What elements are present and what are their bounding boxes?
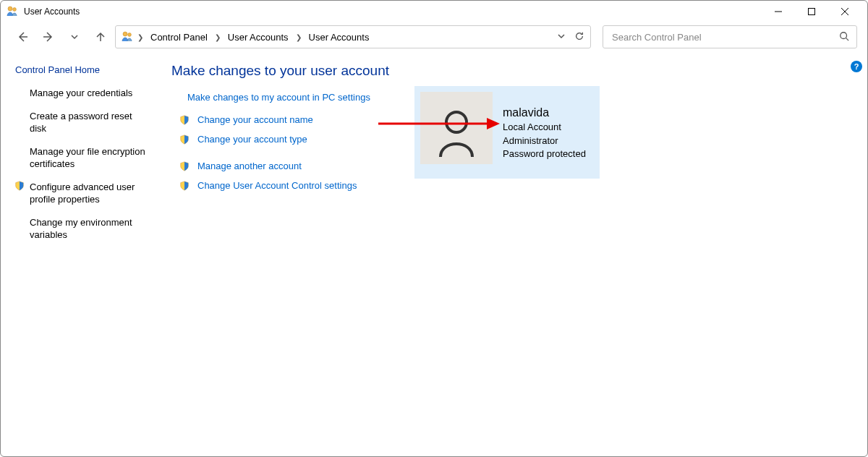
recent-locations-button[interactable]: [63, 25, 86, 48]
account-role: Administrator: [503, 134, 586, 148]
person-icon: [433, 108, 480, 158]
change-uac-settings-link[interactable]: Change User Account Control settings: [179, 180, 853, 191]
back-button[interactable]: [11, 25, 34, 48]
svg-point-0: [8, 7, 12, 11]
maximize-button[interactable]: [795, 1, 828, 22]
sidebar-item-label: Configure advanced user profile properti…: [30, 181, 150, 206]
account-username: malavida: [503, 105, 586, 121]
shield-icon: [179, 181, 190, 191]
svg-point-8: [841, 32, 847, 38]
shield-icon: [179, 115, 190, 125]
link-label: Change your account type: [197, 134, 307, 145]
refresh-button[interactable]: [574, 31, 584, 43]
sidebar-item-label: Change my environment variables: [30, 216, 150, 242]
svg-point-1: [13, 7, 17, 11]
link-label: Change User Account Control settings: [197, 180, 357, 191]
search-icon[interactable]: [839, 31, 849, 43]
chevron-right-icon[interactable]: ❯: [212, 33, 224, 41]
sidebar-item-encryption-certificates[interactable]: Manage your file encryption certificates: [12, 144, 151, 179]
control-panel-home-link[interactable]: Control Panel Home: [15, 64, 151, 75]
page-heading: Make changes to your user account: [171, 63, 853, 79]
address-dropdown-button[interactable]: [557, 32, 566, 43]
shield-icon: [179, 161, 190, 171]
svg-point-10: [446, 112, 467, 132]
sidebar: Control Panel Home Manage your credentia…: [1, 60, 154, 250]
shield-icon: [14, 181, 25, 191]
main-panel: Make changes to your user account Make c…: [154, 60, 867, 250]
svg-line-9: [846, 38, 849, 40]
close-button[interactable]: [828, 1, 861, 22]
sidebar-item-label: Create a password reset disk: [30, 110, 150, 135]
account-type: Local Account: [503, 121, 586, 134]
forward-button[interactable]: [37, 25, 60, 48]
link-label: Manage another account: [197, 161, 302, 171]
navigation-toolbar: ❯ Control Panel ❯ User Accounts ❯ User A…: [1, 22, 867, 51]
svg-point-6: [123, 32, 127, 36]
breadcrumb-control-panel[interactable]: Control Panel: [148, 32, 210, 43]
chevron-right-icon[interactable]: ❯: [293, 33, 305, 41]
sidebar-item-password-reset-disk[interactable]: Create a password reset disk: [12, 108, 151, 144]
sidebar-item-label: Manage your credentials: [30, 87, 132, 100]
titlebar: User Accounts: [1, 1, 867, 22]
breadcrumb-user-accounts-category[interactable]: User Accounts: [225, 32, 292, 43]
svg-point-7: [128, 33, 132, 36]
sidebar-item-label: Manage your file encryption certificates: [30, 145, 150, 171]
address-bar[interactable]: ❯ Control Panel ❯ User Accounts ❯ User A…: [115, 25, 591, 48]
avatar: [420, 92, 493, 164]
user-accounts-app-icon: [7, 5, 18, 19]
svg-rect-3: [809, 9, 815, 15]
up-button[interactable]: [89, 25, 112, 48]
search-box[interactable]: [603, 25, 857, 48]
account-protection: Password protected: [503, 148, 586, 161]
sidebar-item-advanced-profile[interactable]: Configure advanced user profile properti…: [12, 179, 151, 215]
user-accounts-icon: [122, 30, 133, 44]
window-title: User Accounts: [24, 7, 80, 17]
search-input[interactable]: [610, 31, 839, 43]
current-account-card: malavida Local Account Administrator Pas…: [414, 86, 600, 179]
chevron-right-icon[interactable]: ❯: [135, 33, 146, 41]
minimize-button[interactable]: [762, 1, 795, 22]
shield-icon: [179, 134, 190, 145]
sidebar-item-manage-credentials[interactable]: Manage your credentials: [12, 85, 151, 108]
breadcrumb-user-accounts[interactable]: User Accounts: [306, 32, 373, 43]
sidebar-item-environment-vars[interactable]: Change my environment variables: [12, 215, 151, 250]
link-label: Change your account name: [197, 114, 313, 125]
